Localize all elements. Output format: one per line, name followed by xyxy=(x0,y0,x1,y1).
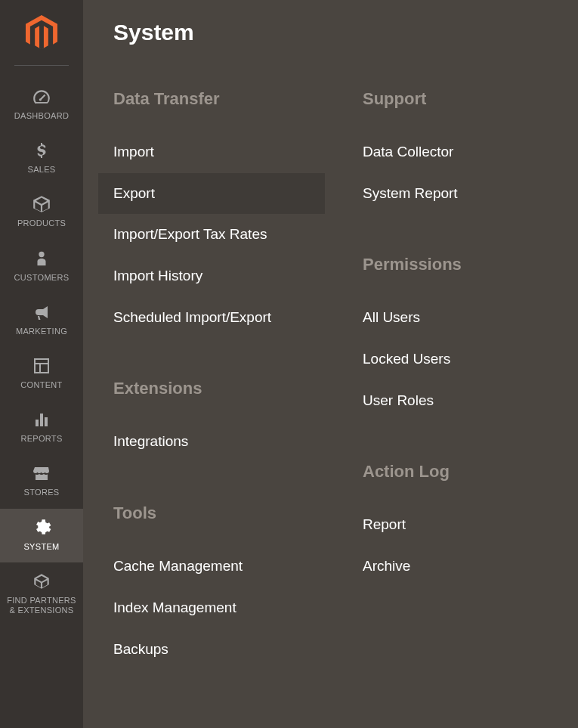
group-heading: Action Log xyxy=(348,462,574,482)
group-items: Integrations xyxy=(98,421,325,463)
sidebar-item-label: MARKETING xyxy=(13,327,70,336)
menu-item-import[interactable]: Import xyxy=(98,132,325,173)
gauge-icon xyxy=(30,87,53,107)
sidebar-item-label: CUSTOMERS xyxy=(11,273,73,283)
system-flyout-panel: System Data Transfer Import Export Impor… xyxy=(83,0,578,728)
group-extensions: Extensions Integrations xyxy=(98,379,325,463)
puzzle-icon xyxy=(30,572,53,591)
storefront-icon xyxy=(30,463,53,483)
group-heading: Support xyxy=(348,89,574,109)
sidebar-divider xyxy=(14,65,69,66)
group-items: All Users Locked Users User Roles xyxy=(348,297,574,421)
menu-item-locked-users[interactable]: Locked Users xyxy=(348,339,574,380)
group-items: Data Collector System Report xyxy=(348,132,574,214)
svg-rect-4 xyxy=(40,414,43,426)
sidebar-item-stores[interactable]: STORES xyxy=(0,454,83,508)
gear-icon xyxy=(30,518,53,537)
dollar-icon xyxy=(30,141,53,160)
menu-item-cache-management[interactable]: Cache Management xyxy=(98,546,325,587)
group-permissions: Permissions All Users Locked Users User … xyxy=(348,255,574,421)
sidebar-item-dashboard[interactable]: DASHBOARD xyxy=(0,78,83,132)
sidebar-item-label: PRODUCTS xyxy=(14,218,69,228)
flyout-columns: Data Transfer Import Export Import/Expor… xyxy=(83,89,578,711)
group-items: Cache Management Index Management Backup… xyxy=(98,546,325,670)
svg-rect-0 xyxy=(35,359,48,373)
menu-item-integrations[interactable]: Integrations xyxy=(98,421,325,463)
magento-logo-icon xyxy=(26,15,57,50)
megaphone-icon xyxy=(30,302,53,322)
svg-rect-3 xyxy=(36,420,39,426)
sidebar-item-products[interactable]: PRODUCTS xyxy=(0,185,83,239)
group-tools: Tools Cache Management Index Management … xyxy=(98,503,325,670)
sidebar-item-customers[interactable]: CUSTOMERS xyxy=(0,240,83,293)
bar-chart-icon xyxy=(30,410,53,429)
box-icon xyxy=(30,194,53,214)
menu-item-index-management[interactable]: Index Management xyxy=(98,587,325,629)
menu-item-user-roles[interactable]: User Roles xyxy=(348,380,574,422)
group-items: Report Archive xyxy=(348,504,574,587)
layout-icon xyxy=(30,356,53,376)
svg-rect-5 xyxy=(45,417,48,426)
flyout-column: Support Data Collector System Report Per… xyxy=(348,89,574,711)
menu-item-archive[interactable]: Archive xyxy=(348,546,574,587)
sidebar-nav: DASHBOARD SALES PRODUCTS xyxy=(0,78,83,626)
sidebar-item-label: CONTENT xyxy=(17,380,65,390)
sidebar-item-label: STORES xyxy=(21,488,63,497)
sidebar-item-label: FIND PARTNERS & EXTENSIONS xyxy=(0,596,83,615)
group-action-log: Action Log Report Archive xyxy=(348,462,574,587)
sidebar-item-find-partners[interactable]: FIND PARTNERS & EXTENSIONS xyxy=(0,562,83,626)
sidebar-item-marketing[interactable]: MARKETING xyxy=(0,293,83,347)
flyout-column: Data Transfer Import Export Import/Expor… xyxy=(98,89,325,711)
sidebar-item-sales[interactable]: SALES xyxy=(0,132,83,185)
group-data-transfer: Data Transfer Import Export Import/Expor… xyxy=(98,89,325,338)
sidebar-item-system[interactable]: SYSTEM xyxy=(0,509,83,562)
menu-item-data-collector[interactable]: Data Collector xyxy=(348,132,574,173)
sidebar-item-label: REPORTS xyxy=(17,434,65,444)
group-heading: Tools xyxy=(98,503,325,523)
group-items: Import Export Import/Export Tax Rates Im… xyxy=(98,132,325,338)
menu-item-scheduled-import-export[interactable]: Scheduled Import/Export xyxy=(98,297,325,339)
menu-item-all-users[interactable]: All Users xyxy=(348,297,574,339)
person-icon xyxy=(30,249,53,268)
group-heading: Extensions xyxy=(98,379,325,398)
menu-item-backups[interactable]: Backups xyxy=(98,629,325,671)
sidebar-item-label: SALES xyxy=(25,165,59,175)
sidebar-item-label: DASHBOARD xyxy=(11,111,72,121)
flyout-title: System xyxy=(83,20,578,45)
group-heading: Data Transfer xyxy=(98,89,325,109)
sidebar-item-label: SYSTEM xyxy=(20,542,62,552)
group-heading: Permissions xyxy=(348,255,574,274)
group-support: Support Data Collector System Report xyxy=(348,89,574,214)
admin-sidebar: DASHBOARD SALES PRODUCTS xyxy=(0,0,83,728)
menu-item-import-history[interactable]: Import History xyxy=(98,256,325,297)
menu-item-export[interactable]: Export xyxy=(98,173,325,215)
sidebar-item-reports[interactable]: REPORTS xyxy=(0,401,83,454)
menu-item-import-export-tax-rates[interactable]: Import/Export Tax Rates xyxy=(98,214,325,256)
menu-item-system-report[interactable]: System Report xyxy=(348,173,574,215)
sidebar-item-content[interactable]: CONTENT xyxy=(0,347,83,401)
menu-item-report[interactable]: Report xyxy=(348,504,574,546)
